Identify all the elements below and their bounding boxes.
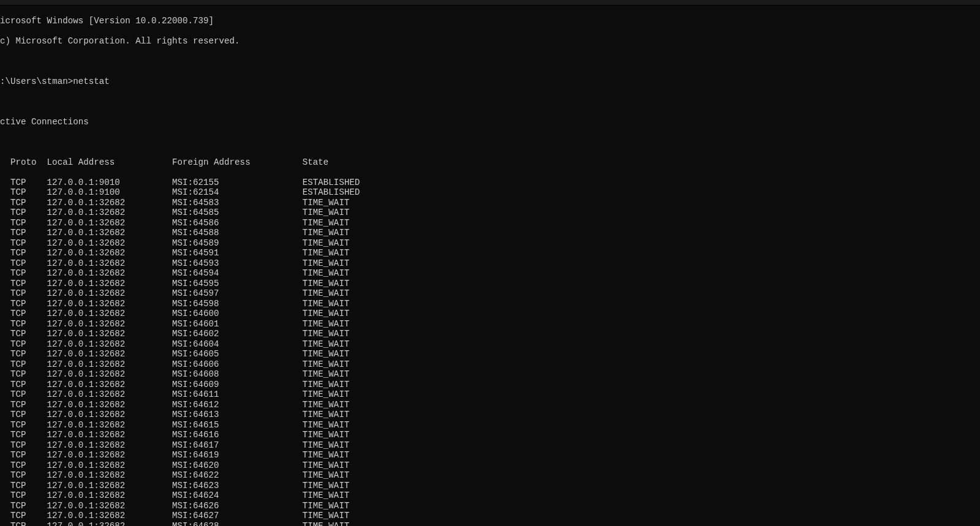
- table-row: TCP127.0.0.1:32682MSI:64600TIME_WAIT: [0, 309, 980, 319]
- cell-foreign: MSI:64605: [172, 349, 303, 359]
- table-row: TCP127.0.0.1:32682MSI:64602TIME_WAIT: [0, 329, 980, 339]
- table-row: TCP127.0.0.1:32682MSI:64608TIME_WAIT: [0, 369, 980, 380]
- cell-proto: TCP: [0, 430, 47, 440]
- cell-foreign: MSI:64627: [172, 511, 303, 521]
- cell-state: TIME_WAIT: [303, 238, 407, 249]
- table-row: TCP127.0.0.1:9100MSI:62154ESTABLISHED: [0, 187, 980, 198]
- table-row: TCP127.0.0.1:32682MSI:64622TIME_WAIT: [0, 470, 980, 481]
- table-row: TCP127.0.0.1:32682MSI:64628TIME_WAIT: [0, 521, 980, 527]
- cell-local: 127.0.0.1:9010: [47, 178, 172, 188]
- cell-local: 127.0.0.1:32682: [47, 359, 172, 370]
- terminal-output[interactable]: icrosoft Windows [Version 10.0.22000.739…: [0, 6, 980, 526]
- header-proto: Proto: [0, 157, 47, 168]
- cell-proto: TCP: [0, 319, 47, 329]
- cell-proto: TCP: [0, 450, 47, 460]
- cell-local: 127.0.0.1:32682: [47, 339, 172, 350]
- cell-proto: TCP: [0, 208, 47, 218]
- table-row: TCP127.0.0.1:32682MSI:64624TIME_WAIT: [0, 490, 980, 501]
- cell-foreign: MSI:64626: [172, 501, 303, 511]
- cell-state: TIME_WAIT: [303, 430, 407, 440]
- table-row: TCP127.0.0.1:32682MSI:64594TIME_WAIT: [0, 268, 980, 279]
- cell-foreign: MSI:64623: [172, 481, 303, 491]
- cell-local: 127.0.0.1:32682: [47, 288, 172, 299]
- blank-line: [0, 97, 980, 107]
- cell-proto: TCP: [0, 359, 47, 370]
- cell-proto: TCP: [0, 400, 47, 410]
- table-row: TCP127.0.0.1:32682MSI:64620TIME_WAIT: [0, 460, 980, 471]
- cell-foreign: MSI:64608: [172, 369, 303, 380]
- cell-local: 127.0.0.1:32682: [47, 440, 172, 451]
- cell-proto: TCP: [0, 501, 47, 511]
- cell-local: 127.0.0.1:32682: [47, 430, 172, 440]
- table-row: TCP127.0.0.1:32682MSI:64591TIME_WAIT: [0, 248, 980, 258]
- cell-foreign: MSI:64602: [172, 329, 303, 339]
- cell-state: TIME_WAIT: [303, 440, 407, 451]
- cell-state: TIME_WAIT: [303, 420, 407, 430]
- table-row: TCP127.0.0.1:32682MSI:64586TIME_WAIT: [0, 218, 980, 228]
- cell-local: 127.0.0.1:32682: [47, 470, 172, 481]
- cell-foreign: MSI:64619: [172, 450, 303, 460]
- cell-foreign: MSI:64624: [172, 490, 303, 501]
- cell-proto: TCP: [0, 349, 47, 359]
- cell-local: 127.0.0.1:32682: [47, 198, 172, 208]
- cell-proto: TCP: [0, 420, 47, 430]
- cell-proto: TCP: [0, 481, 47, 491]
- cell-local: 127.0.0.1:32682: [47, 410, 172, 420]
- cell-foreign: MSI:64617: [172, 440, 303, 451]
- cell-state: TIME_WAIT: [303, 349, 407, 359]
- table-row: TCP127.0.0.1:32682MSI:64623TIME_WAIT: [0, 481, 980, 491]
- cell-state: TIME_WAIT: [303, 279, 407, 289]
- cell-local: 127.0.0.1:32682: [47, 248, 172, 258]
- banner-text-1: icrosoft Windows [Version 10.0.22000.739…: [0, 16, 214, 26]
- cell-proto: TCP: [0, 248, 47, 258]
- cell-local: 127.0.0.1:32682: [47, 501, 172, 511]
- cell-state: TIME_WAIT: [303, 339, 407, 350]
- prompt-path: :\Users\stman>: [0, 77, 73, 87]
- cell-local: 127.0.0.1:32682: [47, 319, 172, 329]
- section-title-text: ctive Connections: [0, 117, 89, 127]
- cell-proto: TCP: [0, 369, 47, 380]
- cell-local: 127.0.0.1:32682: [47, 389, 172, 400]
- blank-line: [0, 137, 980, 148]
- cell-foreign: MSI:64583: [172, 198, 303, 208]
- cell-proto: TCP: [0, 511, 47, 521]
- cell-foreign: MSI:64594: [172, 268, 303, 279]
- cell-proto: TCP: [0, 309, 47, 319]
- table-row: TCP127.0.0.1:32682MSI:64589TIME_WAIT: [0, 238, 980, 249]
- table-row: TCP127.0.0.1:32682MSI:64601TIME_WAIT: [0, 319, 980, 329]
- cell-state: TIME_WAIT: [303, 389, 407, 400]
- cell-proto: TCP: [0, 329, 47, 339]
- table-row: TCP127.0.0.1:32682MSI:64615TIME_WAIT: [0, 420, 980, 430]
- table-row: TCP127.0.0.1:32682MSI:64583TIME_WAIT: [0, 198, 980, 208]
- table-row: TCP127.0.0.1:9010MSI:62155ESTABLISHED: [0, 178, 980, 188]
- cell-state: TIME_WAIT: [303, 450, 407, 460]
- cell-local: 127.0.0.1:32682: [47, 238, 172, 249]
- table-row: TCP127.0.0.1:32682MSI:64616TIME_WAIT: [0, 430, 980, 440]
- cell-state: TIME_WAIT: [303, 380, 407, 390]
- cell-local: 127.0.0.1:32682: [47, 450, 172, 460]
- table-row: TCP127.0.0.1:32682MSI:64588TIME_WAIT: [0, 228, 980, 238]
- cell-state: TIME_WAIT: [303, 400, 407, 410]
- cell-state: TIME_WAIT: [303, 268, 407, 279]
- cell-foreign: MSI:64615: [172, 420, 303, 430]
- cell-foreign: MSI:64591: [172, 248, 303, 258]
- table-row: TCP127.0.0.1:32682MSI:64585TIME_WAIT: [0, 208, 980, 218]
- cell-local: 127.0.0.1:32682: [47, 420, 172, 430]
- prompt-line[interactable]: :\Users\stman>netstat: [0, 77, 980, 87]
- cell-foreign: MSI:64612: [172, 400, 303, 410]
- table-header-row: Proto Local Address Foreign Address Stat…: [0, 157, 980, 168]
- cell-foreign: MSI:64585: [172, 208, 303, 218]
- cell-local: 127.0.0.1:32682: [47, 258, 172, 269]
- cell-state: TIME_WAIT: [303, 208, 407, 218]
- table-row: TCP127.0.0.1:32682MSI:64611TIME_WAIT: [0, 389, 980, 400]
- cell-proto: TCP: [0, 490, 47, 501]
- table-row: TCP127.0.0.1:32682MSI:64609TIME_WAIT: [0, 380, 980, 390]
- table-row: TCP127.0.0.1:32682MSI:64604TIME_WAIT: [0, 339, 980, 350]
- cell-local: 127.0.0.1:32682: [47, 279, 172, 289]
- cell-local: 127.0.0.1:32682: [47, 329, 172, 339]
- cell-local: 127.0.0.1:32682: [47, 218, 172, 228]
- cell-local: 127.0.0.1:32682: [47, 380, 172, 390]
- cell-proto: TCP: [0, 187, 47, 198]
- blank-line: [0, 56, 980, 67]
- table-row: TCP127.0.0.1:32682MSI:64597TIME_WAIT: [0, 288, 980, 299]
